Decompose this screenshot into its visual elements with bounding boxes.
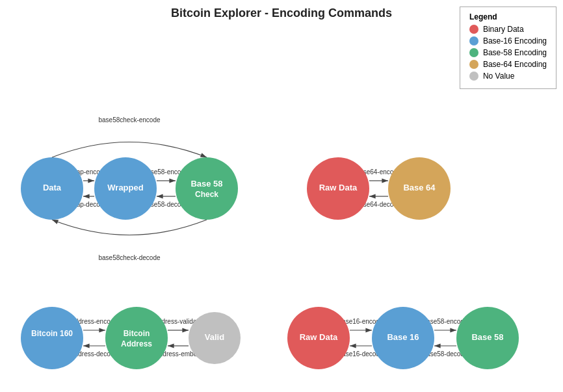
node-base58check-label2: Check xyxy=(195,190,218,199)
node-rawdata1-label: Raw Data xyxy=(319,183,358,192)
node-data-label: Data xyxy=(43,183,62,192)
node-base58-label: Base 58 xyxy=(471,332,503,342)
node-bitcoinaddr-label: Bitcoin xyxy=(124,329,150,338)
node-valid-label: Valid xyxy=(205,332,224,342)
node-bitcoinaddr-label2: Address xyxy=(121,339,152,348)
node-base58check-label: Base 58 xyxy=(190,179,222,189)
diagram: base58check-encode base58check-decode wr… xyxy=(0,0,563,392)
node-bitcoin160-label: Bitcoin 160 xyxy=(31,329,73,338)
node-base64-label: Base 64 xyxy=(403,183,436,192)
base58check-encode-label: base58check-encode xyxy=(98,116,161,124)
main-container: Bitcoin Explorer - Encoding Commands Leg… xyxy=(0,0,563,392)
node-rawdata2-label: Raw Data xyxy=(300,332,338,342)
base58check-decode-label: base58check-decode xyxy=(98,254,161,261)
node-wrapped-label: Wrapped xyxy=(107,183,143,192)
base58check-decode-arrow xyxy=(52,220,207,235)
node-base16-label: Base 16 xyxy=(387,332,419,342)
base58check-encode-arrow xyxy=(52,142,207,158)
